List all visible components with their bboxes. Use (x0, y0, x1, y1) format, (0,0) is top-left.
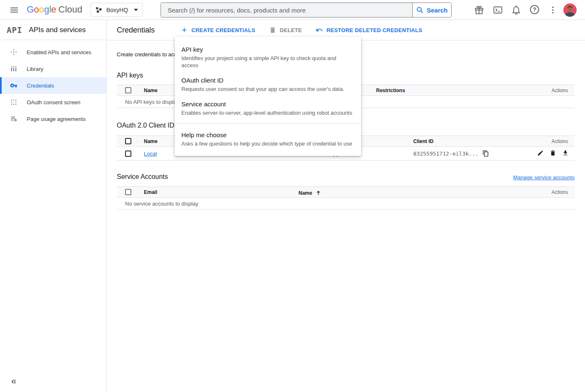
project-name: BoxyHQ (106, 7, 130, 13)
caret-down-icon (134, 9, 138, 11)
sidebar-item-credentials[interactable]: Credentials (0, 77, 106, 94)
download-icon[interactable] (562, 150, 569, 157)
oauth-consent-icon (10, 98, 18, 106)
restore-label: RESTORE DELETED CREDENTIALS (326, 27, 422, 33)
sidebar-item-enabled-apis[interactable]: Enabled APIs and services (0, 44, 106, 60)
menu-item-title: Service account (181, 100, 354, 108)
menu-item-title: OAuth client ID (181, 76, 354, 85)
name-label: Name (299, 190, 312, 196)
sidebar-item-label: OAuth consent screen (27, 99, 80, 106)
cloud-shell-icon[interactable] (493, 5, 503, 15)
service-accounts-title: Service Accounts (117, 173, 168, 181)
sidebar-item-library[interactable]: Library (0, 60, 106, 77)
column-header-name[interactable]: Name (299, 188, 537, 196)
key-icon (10, 82, 18, 89)
sidebar: API APIs and services Enabled APIs and s… (0, 20, 107, 392)
menu-item-description: Requests user consent so that your app c… (181, 85, 354, 93)
trash-icon (269, 26, 276, 34)
undo-arrow-icon (316, 26, 323, 34)
manage-service-accounts-link[interactable]: Manage service accounts (513, 174, 575, 181)
column-header-client-id[interactable]: Client ID (413, 138, 537, 144)
menu-item-help-me-choose[interactable]: Help me choose Asks a few questions to h… (175, 127, 361, 151)
menu-item-api-key[interactable]: API key Identifies your project using a … (175, 42, 361, 73)
select-all-checkbox[interactable] (125, 87, 131, 93)
menu-item-oauth-client-id[interactable]: OAuth client ID Requests user consent so… (175, 73, 361, 96)
column-header-actions: Actions (537, 88, 575, 93)
sidebar-item-label: Enabled APIs and services (27, 49, 91, 55)
apis-product-logo: API (7, 25, 22, 35)
sidebar-item-oauth-consent[interactable]: OAuth consent screen (0, 94, 106, 111)
sidebar-item-page-usage[interactable]: Page usage agreements (0, 111, 106, 127)
project-icon (95, 6, 103, 14)
sidebar-item-label: Credentials (27, 83, 54, 89)
google-cloud-logo[interactable]: G o o g l e Cloud (27, 4, 83, 15)
logo-letter: g (44, 4, 49, 15)
toolbar: CREATE CREDENTIALS DELETE RESTORE DELETE… (181, 26, 422, 34)
collapse-sidebar-icon[interactable] (9, 377, 18, 386)
service-accounts-table-header: Email Name Actions (117, 186, 575, 198)
sidebar-item-label: Library (27, 66, 43, 72)
column-header-restrictions[interactable]: Restrictions (376, 88, 537, 93)
delete-trash-icon[interactable] (550, 150, 556, 157)
enabled-apis-icon (10, 48, 18, 56)
client-name-link[interactable]: Local (144, 151, 157, 157)
column-header-email[interactable]: Email (144, 189, 299, 195)
search-icon (416, 6, 424, 14)
client-id-value: 83255951712-eil3k... (413, 151, 479, 157)
sort-ascending-icon (315, 190, 321, 196)
menu-item-service-account[interactable]: Service account Enables server-to-server… (175, 96, 361, 120)
sidebar-title: APIs and services (29, 26, 85, 34)
help-icon[interactable]: ? (530, 5, 539, 14)
service-accounts-header-row: Service Accounts Manage service accounts (117, 173, 575, 181)
logo-letter: o (39, 4, 44, 15)
logo-letter: o (34, 4, 39, 15)
delete-label: DELETE (280, 27, 302, 33)
plus-icon (181, 26, 188, 34)
help-glyph: ? (533, 6, 537, 13)
search-button-label: Search (427, 7, 447, 14)
select-all-checkbox[interactable] (125, 138, 131, 144)
logo-cloud-text: Cloud (58, 4, 82, 15)
page-title: Credentials (117, 26, 155, 35)
logo-letter: e (51, 4, 56, 15)
restore-deleted-credentials-button[interactable]: RESTORE DELETED CREDENTIALS (316, 26, 422, 34)
service-accounts-empty-row: No service accounts to display (117, 198, 575, 210)
column-header-actions: Actions (537, 189, 575, 195)
create-credentials-label: CREATE CREDENTIALS (191, 27, 255, 33)
hamburger-menu-icon[interactable] (9, 5, 19, 15)
search-button[interactable]: Search (412, 3, 451, 17)
library-icon (10, 65, 18, 73)
sidebar-item-label: Page usage agreements (27, 116, 86, 122)
sidebar-nav: Enabled APIs and services Library Creden… (0, 40, 106, 127)
column-header-actions: Actions (537, 138, 575, 144)
menu-item-description: Enables server-to-server, app-level auth… (181, 109, 354, 116)
logo-letter: G (27, 4, 34, 15)
copy-icon[interactable] (482, 150, 489, 157)
more-options-icon[interactable] (548, 5, 558, 15)
service-accounts-table: Email Name Actions No service accounts t… (117, 186, 575, 210)
menu-item-description: Asks a few questions to help you decide … (181, 140, 354, 147)
sidebar-header: API APIs and services (0, 20, 106, 40)
select-all-checkbox[interactable] (125, 189, 131, 195)
row-checkbox[interactable] (125, 151, 131, 157)
page-usage-agreements-icon (10, 115, 18, 123)
menu-item-description: Identifies your project using a simple A… (181, 55, 354, 69)
delete-button[interactable]: DELETE (269, 26, 302, 34)
menu-item-title: Help me choose (181, 131, 354, 139)
search-bar: Search (161, 3, 452, 18)
gift-icon[interactable] (474, 5, 484, 15)
search-input[interactable] (161, 3, 412, 17)
top-app-bar: G o o g l e Cloud BoxyHQ Search ? (0, 0, 585, 20)
edit-pencil-icon[interactable] (537, 150, 544, 157)
create-credentials-button[interactable]: CREATE CREDENTIALS (181, 26, 255, 34)
menu-divider (175, 123, 361, 124)
user-avatar[interactable] (563, 3, 577, 17)
notifications-bell-icon[interactable] (511, 5, 521, 15)
menu-item-title: API key (181, 45, 354, 54)
project-selector[interactable]: BoxyHQ (90, 3, 143, 17)
create-credentials-menu: API key Identifies your project using a … (175, 37, 361, 156)
